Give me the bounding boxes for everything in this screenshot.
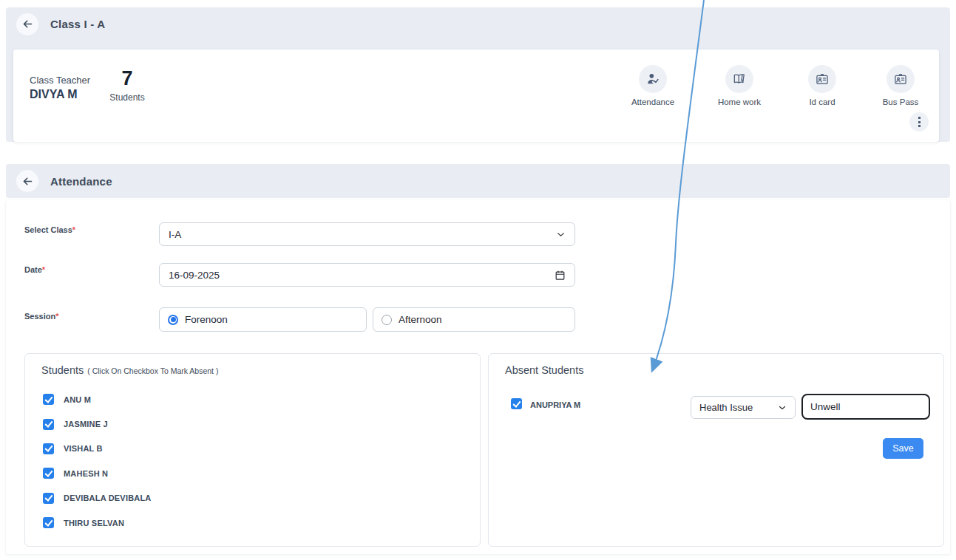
id-card-icon [808,65,836,93]
radio-checked-icon[interactable] [168,315,178,325]
required-asterisk: * [42,265,45,274]
required-asterisk: * [72,225,75,234]
class-teacher-name: DIVYA M [30,88,90,101]
class-summary-card: Class Teacher DIVYA M 7 Students Attenda… [13,49,939,142]
save-button[interactable]: Save [883,438,923,459]
action-id-card[interactable]: Id card [789,65,855,106]
session-option-afternoon[interactable]: Afternoon [373,307,575,332]
absent-panel-title: Absent Students [505,364,583,376]
more-options-button[interactable] [909,112,929,132]
back-button[interactable] [16,13,38,35]
students-count: 7 [104,67,151,90]
action-bus-pass-label: Bus Pass [867,98,934,106]
absent-student-name: ANUPRIYA M [530,400,580,409]
required-asterisk: * [55,312,58,321]
student-name: DEVIBALA DEVIBALA [64,494,152,502]
student-checkbox[interactable] [43,493,54,504]
student-checkbox[interactable] [43,443,54,454]
back-arrow-icon [21,175,34,188]
students-panel-title: Students( Click On Checkbox To Mark Abse… [41,364,218,376]
student-name: MAHESH N [64,469,108,478]
student-name: ANU M [64,395,91,404]
student-checkbox[interactable] [43,394,54,405]
student-checkbox[interactable] [43,419,54,430]
student-row: VISHAL B [43,437,465,461]
student-name: THIRU SELVAN [64,519,124,527]
students-count-label: Students [104,92,151,103]
student-name: JASMINE J [64,420,108,428]
attendance-page-title: Attendance [50,175,112,188]
students-panel: Students( Click On Checkbox To Mark Abse… [24,353,481,547]
students-panel-hint: ( Click On Checkbox To Mark Absent ) [87,366,218,375]
attendance-header-bar: Attendance [6,164,950,198]
session-afternoon-label: Afternoon [399,314,442,325]
action-homework[interactable]: Home work [706,65,773,106]
calendar-icon [555,270,566,281]
class-select[interactable]: I-A [159,222,575,246]
bus-pass-icon [886,65,915,93]
student-name: VISHAL B [64,444,103,453]
student-checkbox[interactable] [43,517,54,528]
chevron-down-icon [556,230,566,239]
attendance-icon [639,65,667,93]
attendance-back-button[interactable] [16,170,38,192]
student-row: JASMINE J [43,412,465,436]
student-row: MAHESH N [43,461,465,485]
student-row: THIRU SELVAN [43,511,465,535]
chevron-down-icon [778,403,787,412]
absence-reason-input[interactable] [801,394,930,420]
absence-reason-value: Health Issue [699,402,753,413]
action-id-card-label: Id card [789,98,855,106]
select-class-label: Select Class* [24,225,75,234]
session-label: Session* [24,312,58,321]
class-header-bar: Class I - A [6,7,950,41]
action-bus-pass[interactable]: Bus Pass [867,65,934,106]
date-value: 16-09-2025 [169,270,220,281]
class-teacher-block: Class Teacher DIVYA M [30,75,90,101]
class-select-value: I-A [169,229,181,240]
class-section: Class I - A Class Teacher DIVYA M 7 Stud… [6,7,950,142]
action-homework-label: Home work [706,98,773,106]
radio-unchecked-icon[interactable] [382,315,392,325]
session-option-forenoon[interactable]: Forenoon [159,307,367,332]
students-count-block: 7 Students [104,67,151,103]
kebab-icon [918,117,921,119]
absent-student-checkbox[interactable] [511,398,522,409]
class-page-title: Class I - A [50,18,105,30]
action-attendance[interactable]: Attendance [620,65,686,106]
action-attendance-label: Attendance [620,98,686,106]
date-input[interactable]: 16-09-2025 [159,263,575,287]
student-checkbox[interactable] [43,468,54,479]
homework-icon [725,65,753,93]
back-arrow-icon [21,18,34,30]
student-row: ANU M [43,387,465,412]
class-teacher-label: Class Teacher [30,75,90,86]
absent-students-panel: Absent Students ANUPRIYA M Health Issue … [488,353,944,547]
attendance-form-card: Select Class* I-A Date* 16-09-2025 Sessi… [6,200,950,554]
date-label: Date* [24,265,45,274]
student-row: DEVIBALA DEVIBALA [43,486,465,511]
students-list: ANU M JASMINE J VISHAL B MAHESH N DEVIBA… [43,387,465,535]
absence-reason-select[interactable]: Health Issue [691,396,796,419]
session-forenoon-label: Forenoon [185,314,228,325]
